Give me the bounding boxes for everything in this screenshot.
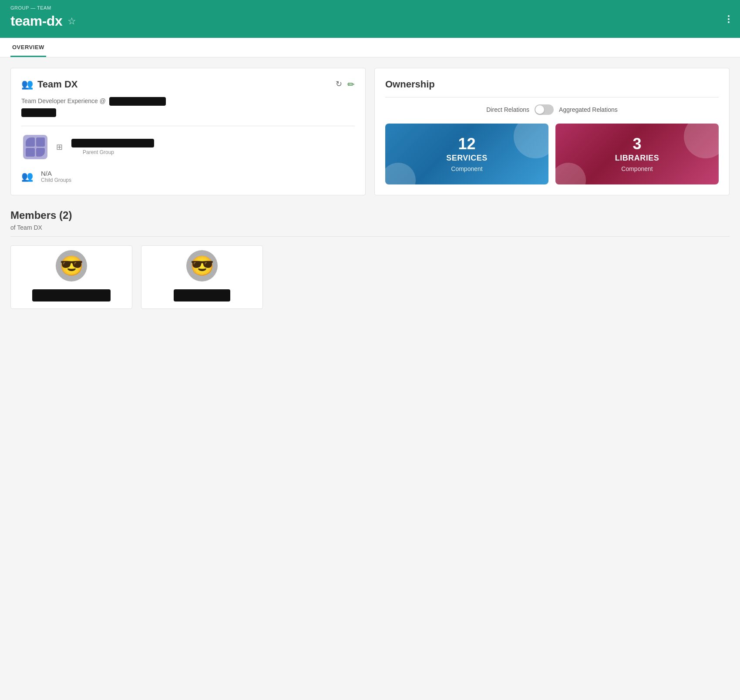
tile-wave-4 bbox=[555, 163, 586, 184]
members-subtitle: of Team DX bbox=[10, 224, 730, 231]
direct-relations-label: Direct Relations bbox=[486, 106, 529, 113]
member-1-emoji: 😎 bbox=[60, 255, 84, 277]
main-content: 👥 Team DX ↻ ✏ Team Developer Experience … bbox=[0, 57, 740, 319]
favorite-star-icon[interactable]: ☆ bbox=[67, 16, 76, 27]
cards-row: 👥 Team DX ↻ ✏ Team Developer Experience … bbox=[10, 68, 730, 195]
team-card: 👥 Team DX ↻ ✏ Team Developer Experience … bbox=[10, 68, 366, 195]
services-tile[interactable]: 12 SERVICES Component bbox=[385, 124, 548, 184]
member-2-avatar: 😎 bbox=[186, 250, 218, 281]
redacted-handle bbox=[21, 108, 56, 117]
puzzle-piece-4 bbox=[36, 148, 45, 157]
aggregated-relations-label: Aggregated Relations bbox=[559, 106, 618, 113]
people-icon: 👥 bbox=[21, 79, 33, 90]
ownership-title: Ownership bbox=[385, 79, 719, 90]
child-groups-value: N/A bbox=[41, 170, 71, 177]
more-options-button[interactable] bbox=[728, 13, 730, 26]
parent-group-block: Parent Group bbox=[71, 139, 154, 155]
member-1-name-redacted bbox=[32, 289, 111, 301]
member-1-name-bar bbox=[18, 289, 125, 301]
redacted-org bbox=[109, 97, 166, 106]
member-card-2[interactable]: 😎 bbox=[141, 245, 263, 309]
member-card-1[interactable]: 😎 bbox=[10, 245, 132, 309]
puzzle-piece-2 bbox=[36, 137, 45, 147]
group-icon-box bbox=[21, 133, 49, 161]
member-2-name-bar bbox=[148, 289, 256, 301]
team-title-row: 👥 Team DX bbox=[21, 79, 78, 90]
members-divider bbox=[10, 236, 730, 237]
members-title: Members (2) bbox=[10, 209, 730, 221]
child-groups-row: 👥 N/A Child Groups bbox=[21, 170, 355, 183]
libraries-sub: Component bbox=[621, 165, 653, 172]
member-1-avatar: 😎 bbox=[56, 250, 87, 281]
services-count: 12 bbox=[458, 136, 475, 152]
child-groups-icon: 👥 bbox=[21, 171, 33, 182]
breadcrumb: GROUP — TEAM bbox=[10, 5, 730, 10]
libraries-tile[interactable]: 3 LIBRARIES Component bbox=[555, 124, 719, 184]
tabs-bar: Overview bbox=[0, 38, 740, 57]
tile-wave-1 bbox=[514, 124, 548, 158]
child-groups-label: Child Groups bbox=[41, 177, 71, 183]
page-title: team-dx bbox=[10, 13, 62, 29]
tile-wave-3 bbox=[684, 124, 719, 158]
ownership-card: Ownership Direct Relations Aggregated Re… bbox=[374, 68, 730, 195]
libraries-count: 3 bbox=[632, 136, 641, 152]
members-section: Members (2) of Team DX 😎 😎 bbox=[10, 209, 730, 309]
member-2-name-redacted bbox=[174, 289, 230, 301]
team-card-divider bbox=[21, 126, 355, 126]
member-1-avatar-wrapper: 😎 bbox=[56, 250, 87, 281]
ownership-divider bbox=[385, 97, 719, 97]
toggle-knob bbox=[535, 105, 544, 114]
tab-overview[interactable]: Overview bbox=[10, 38, 46, 57]
parent-group-name-redacted bbox=[71, 139, 154, 147]
edit-icon[interactable]: ✏ bbox=[347, 79, 355, 90]
puzzle-icon bbox=[23, 135, 47, 159]
parent-group-label: Parent Group bbox=[83, 149, 154, 155]
tile-wave-2 bbox=[385, 163, 416, 184]
team-card-header: 👥 Team DX ↻ ✏ bbox=[21, 79, 355, 90]
member-2-emoji: 😎 bbox=[190, 255, 214, 277]
libraries-type: LIBRARIES bbox=[615, 154, 659, 163]
page-header: GROUP — TEAM team-dx ☆ bbox=[0, 0, 740, 38]
relations-toggle-row: Direct Relations Aggregated Relations bbox=[385, 104, 719, 115]
relations-toggle[interactable] bbox=[535, 104, 554, 115]
puzzle-piece-3 bbox=[26, 148, 35, 157]
ownership-tiles: 12 SERVICES Component 3 LIBRARIES Compon… bbox=[385, 124, 719, 184]
team-name: Team DX bbox=[37, 79, 78, 90]
services-type: SERVICES bbox=[446, 154, 488, 163]
team-card-actions: ↻ ✏ bbox=[336, 79, 355, 90]
parent-group-row: ⊞ Parent Group bbox=[21, 133, 355, 161]
hierarchy-icon: ⊞ bbox=[56, 142, 63, 152]
team-description: Team Developer Experience @ bbox=[21, 97, 106, 104]
members-cards-row: 😎 😎 bbox=[10, 245, 730, 309]
services-sub: Component bbox=[451, 165, 482, 172]
team-description-block: Team Developer Experience @ bbox=[21, 97, 355, 119]
puzzle-piece-1 bbox=[26, 137, 35, 147]
refresh-icon[interactable]: ↻ bbox=[336, 79, 342, 90]
child-groups-block: N/A Child Groups bbox=[41, 170, 71, 183]
member-2-avatar-wrapper: 😎 bbox=[186, 250, 218, 281]
